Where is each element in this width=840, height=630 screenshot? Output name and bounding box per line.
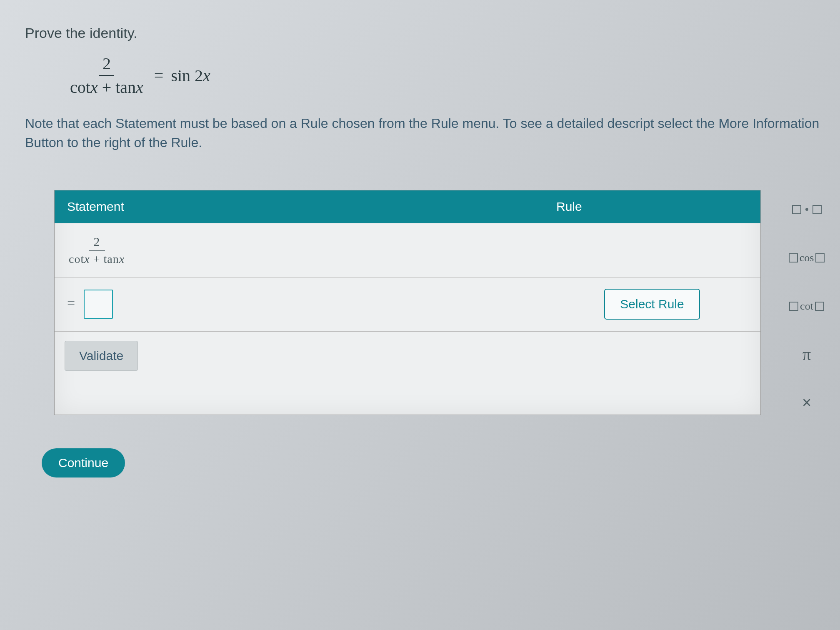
square-placeholder-icon [789,253,798,262]
square-placeholder-icon [815,253,825,262]
cot-text: cot [70,78,90,97]
square-placeholder-icon [815,302,824,311]
header-rule: Rule [544,190,760,223]
problem-title: Prove the identity. [25,25,840,41]
proof-area: Statement Rule 2 cotx + tanx = [25,190,840,415]
rule-cell-1 [544,242,760,258]
dot-icon [805,208,808,211]
validate-button[interactable]: Validate [65,341,138,371]
var-x: x [84,252,90,265]
palette-cos[interactable]: cos [780,247,834,269]
fraction-numerator: 2 [99,54,114,76]
equals-sign: = [154,66,164,85]
fraction-denominator: cotx + tanx [67,76,147,97]
rule-cell-2: Select Rule [544,281,760,327]
var-x: x [136,78,143,97]
symbol-palette: cos cot π × [773,190,840,415]
expression-input[interactable] [84,290,113,319]
equals-sign: = [67,295,75,310]
tan-text: tan [103,252,119,265]
continue-wrap: Continue [25,415,840,478]
validate-row: Validate [55,331,760,415]
var-x: x [203,66,210,85]
var-x: x [119,252,125,265]
palette-pi[interactable]: π [780,343,834,366]
fraction: 2 cotx + tanx [67,54,147,97]
table-header-row: Statement Rule [55,190,760,223]
table-row: = Select Rule [55,277,760,331]
square-placeholder-icon [792,205,801,214]
var-x: x [90,78,98,97]
select-rule-button[interactable]: Select Rule [604,289,700,320]
palette-cot[interactable]: cot [780,295,834,318]
fraction-numerator: 2 [89,235,105,251]
square-placeholder-icon [789,302,798,311]
proof-table: Statement Rule 2 cotx + tanx = [54,190,761,415]
cot-text: cot [69,252,84,265]
fraction-denominator: cotx + tanx [67,251,126,266]
rhs: sin 2x [171,66,210,85]
plus-text: + [90,252,104,265]
palette-x[interactable]: × [780,392,834,414]
cot-label: cot [800,300,813,312]
sin2-text: sin 2 [171,66,203,85]
palette-box-dot-box[interactable] [780,198,834,221]
statement-cell-2: = [55,282,544,326]
problem-page: Prove the identity. 2 cotx + tanx = sin … [8,8,840,478]
instruction-note: Note that each Statement must be based o… [25,114,824,152]
statement-cell-1: 2 cotx + tanx [55,227,544,273]
fraction: 2 cotx + tanx [67,235,126,266]
table-row: 2 cotx + tanx [55,223,760,277]
identity-formula: 2 cotx + tanx = sin 2x [67,54,840,97]
header-statement: Statement [55,190,544,223]
cos-label: cos [800,252,814,264]
plus-tan-text: + tan [102,78,136,97]
continue-button[interactable]: Continue [42,448,125,478]
square-placeholder-icon [812,205,822,214]
